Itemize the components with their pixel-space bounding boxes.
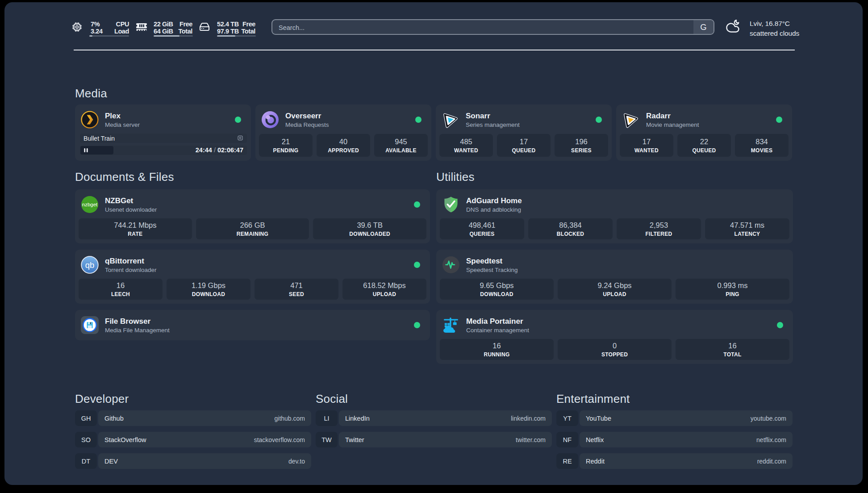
- svg-text:nzbget: nzbget: [82, 202, 98, 207]
- svg-text:qb: qb: [85, 260, 95, 270]
